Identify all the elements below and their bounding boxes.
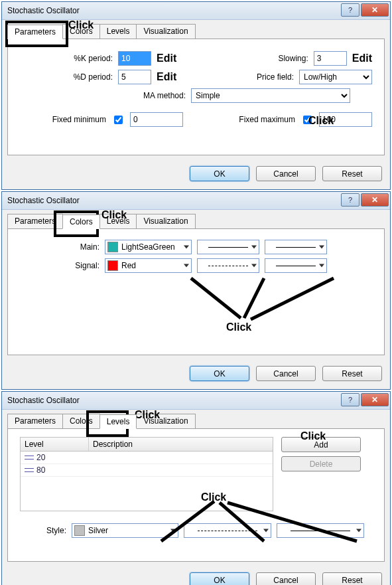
main-color-name: LightSeaGreen <box>121 242 175 252</box>
fixed-max-input[interactable] <box>319 112 372 127</box>
chevron-down-icon <box>251 246 257 249</box>
edit-annotation: Edit <box>157 52 176 64</box>
reset-button[interactable]: Reset <box>322 572 382 585</box>
chevron-down-icon <box>356 529 361 533</box>
fixed-min-checkbox[interactable] <box>114 116 123 124</box>
chevron-down-icon <box>184 264 189 268</box>
slowing-input[interactable] <box>314 51 347 66</box>
ma-method-label: MA method: <box>20 91 186 100</box>
signal-color-label: Signal: <box>20 261 99 270</box>
tab-levels[interactable]: Levels <box>99 414 137 429</box>
titlebar: Stochastic Oscillator ? ✕ <box>2 392 390 410</box>
level-line-icon <box>25 454 34 461</box>
tab-parameters[interactable]: Parameters <box>7 214 63 228</box>
chevron-down-icon <box>170 529 176 533</box>
style-line-style-select[interactable] <box>184 523 271 538</box>
level-column-header: Level <box>21 438 89 451</box>
cancel-button[interactable]: Cancel <box>256 366 316 381</box>
style-line-width-select[interactable] <box>277 523 364 538</box>
tab-levels[interactable]: Levels <box>99 24 137 39</box>
chevron-down-icon <box>319 264 324 268</box>
line-thin-icon <box>276 247 316 248</box>
tab-visualization[interactable]: Visualization <box>136 414 195 428</box>
k-period-input[interactable] <box>118 51 151 66</box>
ok-button[interactable]: OK <box>190 366 249 381</box>
style-color-swatch <box>74 525 85 536</box>
level-desc <box>88 464 273 476</box>
main-line-style-select[interactable] <box>197 240 259 254</box>
edit-annotation: Edit <box>157 71 176 83</box>
tab-visualization[interactable]: Visualization <box>136 24 195 39</box>
level-line-icon <box>25 467 34 473</box>
colors-panel: Main: LightSeaGreen Signal: Red <box>7 228 385 355</box>
delete-button[interactable]: Delete <box>281 456 361 471</box>
style-color-select[interactable]: Silver <box>72 523 178 538</box>
dialog-buttons: OK Cancel Reset <box>2 361 390 389</box>
cancel-button[interactable]: Cancel <box>256 572 316 585</box>
tab-levels[interactable]: Levels <box>99 214 137 228</box>
titlebar: Stochastic Oscillator ? ✕ <box>2 192 390 210</box>
fixed-max-label: Fixed maximum <box>239 115 295 124</box>
titlebar: Stochastic Oscillator ? ✕ <box>2 2 390 20</box>
fixed-min-input[interactable] <box>130 112 183 127</box>
ma-method-select[interactable]: Simple <box>191 88 350 103</box>
line-dash-icon <box>198 531 257 531</box>
tab-colors[interactable]: Colors <box>62 24 100 39</box>
dialog-title: Stochastic Oscillator <box>7 6 80 15</box>
slowing-label: Slowing: <box>278 54 308 63</box>
tab-bar: Parameters Colors Levels Visualization <box>2 20 390 39</box>
line-thin-icon <box>276 266 316 266</box>
dialog-title: Stochastic Oscillator <box>7 196 80 205</box>
level-value: 20 <box>36 453 45 462</box>
k-period-label: %K period: <box>20 54 113 63</box>
tab-colors[interactable]: Colors <box>62 214 100 229</box>
close-button[interactable]: ✕ <box>361 393 389 406</box>
levels-table-header: Level Description <box>21 438 273 452</box>
signal-line-style-select[interactable] <box>197 258 259 273</box>
main-color-select[interactable]: LightSeaGreen <box>105 240 192 254</box>
ok-button[interactable]: OK <box>190 572 249 585</box>
reset-button[interactable]: Reset <box>322 166 382 181</box>
level-value: 80 <box>36 465 45 475</box>
signal-color-select[interactable]: Red <box>105 258 192 273</box>
tab-bar: Parameters Colors Levels Visualization <box>2 210 390 228</box>
dialog-buttons: OK Cancel Reset <box>2 567 390 585</box>
close-button[interactable]: ✕ <box>361 3 389 17</box>
ok-button[interactable]: OK <box>190 166 249 181</box>
fixed-max-checkbox[interactable] <box>303 116 312 124</box>
cancel-button[interactable]: Cancel <box>256 166 316 181</box>
tab-parameters[interactable]: Parameters <box>7 25 63 39</box>
signal-line-width-select[interactable] <box>265 258 327 273</box>
style-label: Style: <box>20 526 66 535</box>
parameters-panel: %K period: Edit Slowing: Edit %D period:… <box>7 39 385 155</box>
tab-visualization[interactable]: Visualization <box>136 214 195 228</box>
level-desc <box>88 452 273 463</box>
price-field-select[interactable]: Low/High <box>299 70 372 84</box>
tab-colors[interactable]: Colors <box>62 414 100 428</box>
dialog-title: Stochastic Oscillator <box>7 396 80 405</box>
chevron-down-icon <box>263 529 269 533</box>
table-row[interactable]: 80 <box>21 464 273 477</box>
chevron-down-icon <box>319 246 324 249</box>
d-period-input[interactable] <box>118 70 151 84</box>
line-thin-icon <box>291 531 350 531</box>
tab-parameters[interactable]: Parameters <box>7 414 63 428</box>
table-row[interactable]: 20 <box>21 452 273 464</box>
edit-annotation: Edit <box>352 52 372 64</box>
signal-color-name: Red <box>121 261 136 270</box>
levels-table[interactable]: Level Description 20 80 <box>20 437 273 511</box>
d-period-label: %D period: <box>20 72 113 82</box>
reset-button[interactable]: Reset <box>322 366 382 381</box>
help-button[interactable]: ? <box>341 3 359 17</box>
dialog-levels: Stochastic Oscillator ? ✕ Parameters Col… <box>1 391 391 585</box>
price-field-label: Price field: <box>257 72 294 82</box>
help-button[interactable]: ? <box>341 393 359 406</box>
dialog-buttons: OK Cancel Reset <box>2 161 390 189</box>
help-button[interactable]: ? <box>341 193 359 207</box>
line-dash-icon <box>208 266 248 266</box>
main-line-width-select[interactable] <box>265 240 327 254</box>
line-solid-icon <box>208 247 248 248</box>
close-button[interactable]: ✕ <box>361 193 389 207</box>
dialog-colors: Stochastic Oscillator ? ✕ Parameters Col… <box>1 191 391 390</box>
add-button[interactable]: Add <box>281 437 361 452</box>
